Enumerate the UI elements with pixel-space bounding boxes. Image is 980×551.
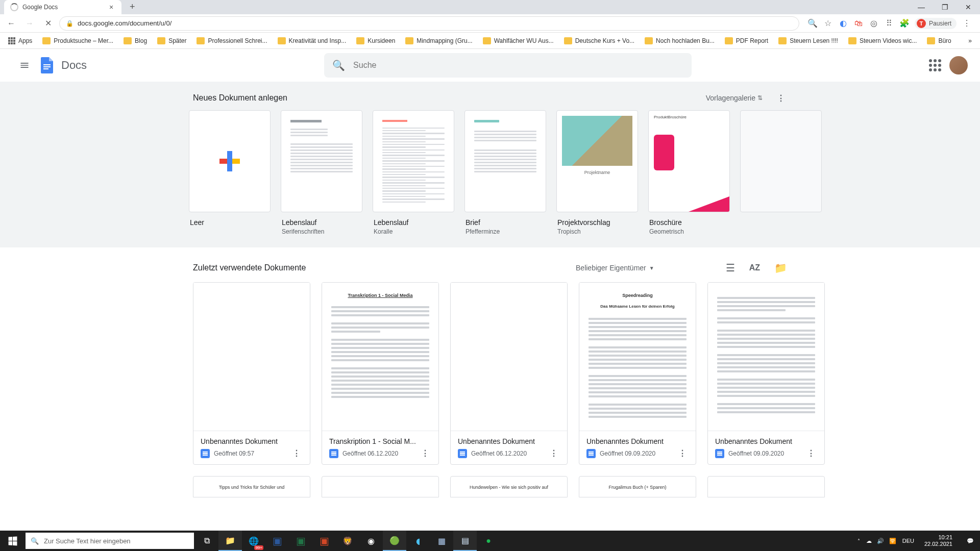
wifi-icon[interactable]: 🛜 xyxy=(889,538,896,544)
reload-button[interactable]: ✕ xyxy=(41,16,55,31)
bookmarks-overflow-icon[interactable]: » xyxy=(964,37,976,44)
taskbar-search[interactable]: 🔍 Zur Suche Text hier eingeben xyxy=(26,533,194,549)
docs-logo-icon xyxy=(37,55,57,76)
doc-more-icon[interactable]: ⋮ xyxy=(548,448,560,458)
url-field[interactable]: 🔒 docs.google.com/document/u/0/ xyxy=(59,16,799,31)
template-thumb[interactable] xyxy=(189,110,271,212)
doc-opened: Geöffnet 09.09.2020 xyxy=(728,450,801,457)
bookmark-item[interactable]: Professionell Schrei... xyxy=(192,35,271,46)
bookmark-item[interactable]: Büro xyxy=(923,35,955,46)
volume-icon[interactable]: 🔊 xyxy=(877,538,884,544)
extension-2-icon[interactable]: 🛍 xyxy=(853,18,864,29)
bookmark-item[interactable]: Steuern Videos wic... xyxy=(844,35,921,46)
folder-icon[interactable]: 📁 xyxy=(774,262,787,274)
tray-clock[interactable]: 10:21 22.02.2021 xyxy=(920,534,957,547)
template-thumb[interactable] xyxy=(464,110,546,212)
maximize-icon[interactable]: ❐ xyxy=(933,0,957,14)
obs-icon[interactable]: ◉ xyxy=(359,531,383,551)
doc-more-icon[interactable]: ⋮ xyxy=(419,448,431,458)
template-thumb[interactable] xyxy=(740,110,822,212)
profile-pill[interactable]: T Pausiert xyxy=(915,18,957,29)
doc-card[interactable]: Unbenanntes DokumentGeöffnet 09:57⋮ xyxy=(193,282,310,465)
owner-filter-label: Beliebiger Eigentümer xyxy=(576,264,646,272)
template-gallery-toggle[interactable]: Vorlagengalerie ⇅ xyxy=(706,94,763,102)
onedrive-icon[interactable]: ☁ xyxy=(866,538,872,544)
list-view-icon[interactable]: ☰ xyxy=(726,262,735,274)
doc-name: Unbenanntes Dokument xyxy=(201,437,303,445)
url-text: docs.google.com/document/u/0/ xyxy=(78,19,172,27)
bookmark-star-icon[interactable]: ☆ xyxy=(823,18,833,29)
templates-more-icon[interactable]: ⋮ xyxy=(775,92,787,104)
language-indicator[interactable]: DEU xyxy=(902,538,914,544)
bookmark-item[interactable]: Kreativität und Insp... xyxy=(274,35,351,46)
sort-az-icon[interactable]: AZ xyxy=(749,263,760,272)
doc-card[interactable] xyxy=(707,476,825,497)
powerpoint-icon[interactable]: ▣ xyxy=(312,531,336,551)
bookmark-item[interactable]: Blog xyxy=(119,35,151,46)
task-view-icon[interactable]: ⧉ xyxy=(195,531,218,551)
bookmark-item[interactable]: Deutsche Kurs + Vo... xyxy=(560,35,639,46)
browser-menu-icon[interactable]: ⋮ xyxy=(962,18,972,29)
template-thumb[interactable]: ProduktBroschüre xyxy=(648,110,730,212)
bookmark-item[interactable]: Wahlfächer WU Aus... xyxy=(479,35,558,46)
spotify-icon[interactable]: ● xyxy=(477,531,500,551)
bookmark-item[interactable]: Steuern Lesen !!!! xyxy=(774,35,842,46)
doc-more-icon[interactable]: ⋮ xyxy=(290,448,303,458)
bookmark-item[interactable]: Kursideen xyxy=(352,35,399,46)
word-icon[interactable]: ▣ xyxy=(265,531,289,551)
extension-3-icon[interactable]: ◎ xyxy=(869,18,879,29)
extension-1-icon[interactable]: ◐ xyxy=(838,18,848,29)
doc-more-icon[interactable]: ⋮ xyxy=(805,448,817,458)
account-avatar[interactable] xyxy=(949,56,968,74)
main-menu-button[interactable] xyxy=(12,53,37,78)
doc-card[interactable] xyxy=(322,476,439,497)
close-window-icon[interactable]: ✕ xyxy=(957,0,980,14)
bookmark-item[interactable]: Apps xyxy=(4,35,36,46)
new-tab-button[interactable]: + xyxy=(126,0,139,14)
minimize-icon[interactable]: ― xyxy=(910,0,933,14)
docs-logo[interactable]: Docs xyxy=(37,55,87,76)
app2-icon[interactable]: ▤ xyxy=(453,531,477,551)
brave-icon[interactable]: 🦁 xyxy=(336,531,359,551)
bookmark-item[interactable]: Später xyxy=(153,35,190,46)
browser-tab[interactable]: Google Docs × xyxy=(4,0,121,14)
bookmark-item[interactable]: Produktsuche – Mer... xyxy=(38,35,117,46)
search-input[interactable] xyxy=(353,61,683,70)
doc-card[interactable]: SpeedreadingDas Mühsame Lesen für deinen… xyxy=(579,282,696,465)
bookmark-item[interactable]: Noch hochladen Bu... xyxy=(641,35,719,46)
zoom-icon[interactable]: 🔍 xyxy=(807,18,818,29)
google-apps-icon[interactable] xyxy=(929,59,941,71)
back-button[interactable]: ← xyxy=(4,16,18,31)
template-thumb[interactable]: Projektname xyxy=(556,110,638,212)
doc-card[interactable]: Unbenanntes DokumentGeöffnet 09.09.2020⋮ xyxy=(707,282,825,465)
doc-meta: Unbenanntes DokumentGeöffnet 09.09.2020⋮ xyxy=(579,431,696,464)
chrome-icon[interactable]: 🟢 xyxy=(383,531,406,551)
forward-button[interactable]: → xyxy=(22,16,37,31)
close-tab-icon[interactable]: × xyxy=(107,3,115,11)
doc-card[interactable]: Transkription 1 - Social MediaTranskript… xyxy=(322,282,439,465)
bookmark-label: Professionell Schrei... xyxy=(208,37,267,44)
edge2-icon[interactable]: ◖ xyxy=(406,531,430,551)
search-box[interactable]: 🔍 xyxy=(324,53,692,78)
owner-filter[interactable]: Beliebiger Eigentümer ▼ xyxy=(576,264,654,272)
template-thumb[interactable] xyxy=(373,110,454,212)
doc-card[interactable]: Unbenanntes DokumentGeöffnet 06.12.2020⋮ xyxy=(450,282,568,465)
notifications-icon[interactable]: 💬 xyxy=(963,538,978,544)
app1-icon[interactable]: ▦ xyxy=(430,531,453,551)
doc-more-icon[interactable]: ⋮ xyxy=(676,448,689,458)
file-explorer-icon[interactable]: 📁 xyxy=(218,531,242,551)
doc-card[interactable]: Tipps und Tricks für Schüler und xyxy=(193,476,310,497)
start-button[interactable] xyxy=(0,531,24,551)
template-thumb[interactable] xyxy=(281,110,362,212)
excel-icon[interactable]: ▣ xyxy=(289,531,312,551)
bookmark-item[interactable]: Mindmapping (Gru... xyxy=(401,35,476,46)
template-label: Broschüre xyxy=(648,218,730,227)
extensions-icon[interactable]: 🧩 xyxy=(899,18,910,29)
tray-chevron-icon[interactable]: ˄ xyxy=(857,538,860,544)
tab-title: Google Docs xyxy=(22,4,58,11)
extension-4-icon[interactable]: ⠿ xyxy=(884,18,894,29)
doc-card[interactable]: Hundewelpen - Wie sie sich positiv auf xyxy=(450,476,568,497)
bookmark-item[interactable]: PDF Report xyxy=(721,35,772,46)
edge-icon[interactable]: 🌐99+ xyxy=(242,531,265,551)
doc-card[interactable]: Frugalimus Buch (+ Sparen) xyxy=(579,476,696,497)
